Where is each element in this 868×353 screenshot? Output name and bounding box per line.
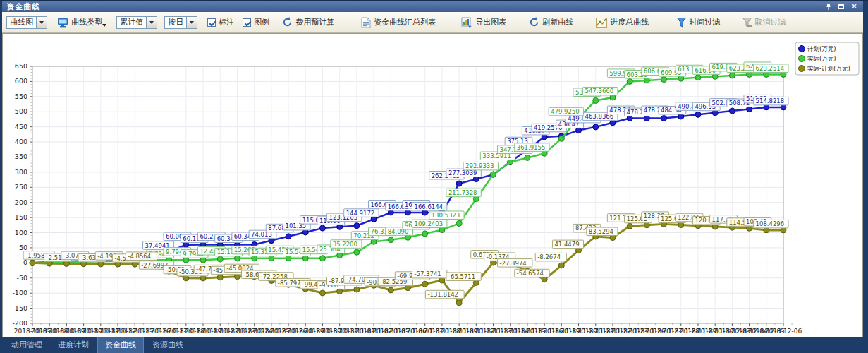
aggregate-combo[interactable]: 累计值 [116,16,157,29]
chevron-down-icon [102,24,106,27]
data-point [695,75,701,80]
curve-style-label: 曲线类型 [71,17,102,28]
export-chart-label: 导出图表 [475,17,506,28]
legend-marker [799,56,805,62]
data-point [491,172,496,177]
value-label: 35.2200 [333,241,357,248]
svg-text:-50: -50 [17,274,28,282]
data-point [456,181,462,186]
summary-list-label: 资金曲线汇总列表 [374,17,436,28]
data-point [354,223,360,229]
value-label: 623.2514 [756,65,785,72]
data-point [286,234,291,239]
data-point [593,124,599,130]
legend-marker [799,66,805,72]
value-label: 83.5294 [589,228,613,235]
chevron-down-icon[interactable] [36,17,47,28]
cost-precalc-button[interactable]: 费用预计算 [279,15,337,30]
time-filter-label: 时间过滤 [689,17,720,28]
close-icon[interactable]: × [849,2,859,11]
data-point [456,220,462,226]
time-filter-button[interactable]: 时间过滤 [674,15,723,30]
data-point [593,97,599,103]
chevron-down-icon[interactable] [146,17,157,28]
svg-text:150: 150 [15,213,27,221]
curve-style-button[interactable]: 曲线类型 [54,15,109,30]
window-right-border [863,1,868,337]
data-point [695,112,701,117]
chevron-down-icon[interactable] [186,17,197,28]
value-label: 166.6144 [415,203,444,210]
scatter-chart-icon [596,18,607,28]
svg-text:650: 650 [15,62,27,70]
app-window: 资金曲线 × 曲线图 曲线类型 [0,0,868,353]
data-point [30,260,35,265]
period-combo[interactable]: 按日 [164,16,197,29]
tab-capital-curve[interactable]: 资金曲线 [97,337,144,353]
svg-text:50: 50 [19,244,27,251]
checkbox-checked-icon [243,18,251,27]
progress-curve-button[interactable]: 进度总曲线 [593,15,652,30]
svg-text:500: 500 [15,107,27,115]
cancel-filter-label: 取消过滤 [754,17,786,28]
tab-usage-management[interactable]: 动用管理 [4,337,49,353]
legend-marker [799,46,805,52]
value-label: 211.7328 [448,189,477,196]
value-label: 130.5323 [432,212,460,219]
svg-text:-150: -150 [13,304,28,312]
data-point [389,287,394,293]
value-label: 109.2403 [415,220,444,227]
cancel-filter-button: 取消过滤 [740,15,788,30]
curve-type-combo[interactable]: 曲线图 [6,16,47,29]
svg-text:550: 550 [15,92,27,100]
value-label: 277.3039 [448,169,477,176]
data-point [730,73,735,78]
tab-resource-curve[interactable]: 资源曲线 [145,337,190,353]
data-point [661,77,667,83]
cost-precalc-label: 费用预计算 [295,17,334,28]
summary-list-button[interactable]: 资金曲线汇总列表 [358,15,439,30]
svg-text:250: 250 [15,183,27,191]
annotate-checkbox[interactable]: 标注 [204,15,237,30]
export-chart-button[interactable]: 导出图表 [458,15,509,30]
svg-text:100: 100 [15,229,27,237]
panel-title: 资金曲线 [6,1,40,12]
maximize-icon[interactable] [836,2,846,11]
value-label: 479.9250 [551,108,580,115]
svg-text:400: 400 [15,138,27,145]
data-point [218,256,224,262]
data-point [320,290,326,296]
svg-text:200: 200 [15,198,27,206]
refresh-curve-button[interactable]: 刷新曲线 [526,15,576,30]
svg-text:450: 450 [15,123,27,131]
funnel-icon [677,18,686,28]
progress-curve-label: 进度总曲线 [610,17,649,28]
x-axis-date-label: 2018-12-06 [765,328,802,334]
data-point [422,281,428,287]
data-point [627,78,632,84]
value-label: -131.8142 [428,291,459,298]
data-point [730,108,735,114]
monitor-icon [57,18,68,28]
value-label: 361.9155 [517,144,546,151]
svg-text:-200: -200 [13,319,28,327]
data-point [320,225,326,231]
svg-text:-100: -100 [13,289,28,297]
svg-text:600: 600 [15,77,27,85]
period-combo-value: 按日 [168,17,183,28]
legend-checkbox[interactable]: 图例 [240,15,272,30]
export-chart-icon [461,17,472,28]
data-point [354,249,360,255]
document-icon [361,17,371,28]
tab-schedule-plan[interactable]: 进度计划 [51,337,96,353]
value-label: 292.9333 [465,162,494,169]
value-label: 514.8218 [756,97,785,104]
chart-canvas: -200-150-100-500501001502002503003504004… [3,34,862,334]
annotate-label: 标注 [219,17,234,28]
refresh-curve-label: 刷新曲线 [542,17,573,28]
pin-icon[interactable] [824,2,833,11]
value-label: 41.4479 [555,241,580,248]
value-label: -54.6574 [517,270,544,277]
data-point [354,287,360,292]
legend-label: 实际-计划(万元) [807,65,850,72]
